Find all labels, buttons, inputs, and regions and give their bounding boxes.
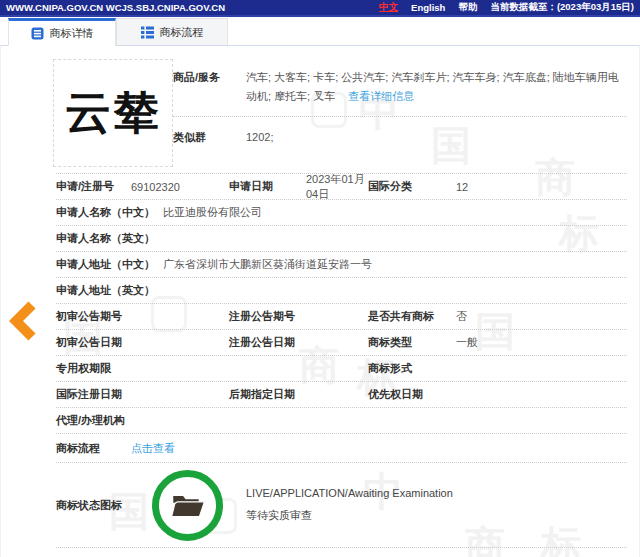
row-application-number: 申请/注册号 69102320 申请日期 2023年01月04日 国际分类 12 <box>56 174 627 200</box>
field-label: 商标类型 <box>368 335 456 350</box>
disclaimer-text: 仅供参考，不具有法律效力 <box>1 548 639 557</box>
row-applicant-name-cn: 申请人名称（中文） 比亚迪股份有限公司 <box>56 200 627 226</box>
field-value: 否 <box>456 309 627 324</box>
field-label: 申请人地址（英文） <box>56 283 155 298</box>
goods-services-text: 汽车; 大客车; 卡车; 公共汽车; 汽车刹车片; 汽车车身; 汽车底盘; 陆地… <box>246 71 619 102</box>
data-cutoff-date: 当前数据截至：(2023年03月15日) <box>490 1 634 14</box>
goods-fields: 商品/服务 汽车; 大客车; 卡车; 公共汽车; 汽车刹车片; 汽车车身; 汽车… <box>173 59 627 167</box>
field-value: 2023年01月04日 <box>306 172 368 202</box>
field-label: 申请/注册号 <box>56 179 123 194</box>
row-applicant-address-cn: 申请人地址（中文） 广东省深圳市大鹏新区葵涌街道延安路一号 <box>56 252 627 278</box>
chevron-left-icon <box>9 301 37 341</box>
goods-services-value: 汽车; 大客车; 卡车; 公共汽车; 汽车刹车片; 汽车车身; 汽车底盘; 陆地… <box>246 68 627 106</box>
field-label: 申请人名称（中文） <box>56 205 155 220</box>
divider <box>173 116 627 117</box>
similar-group-row: 类似群 1202; <box>173 119 627 154</box>
tab-label: 商标流程 <box>160 25 204 40</box>
row-first-gazette-number: 初审公告期号 注册公告期号 是否共有商标 否 <box>56 304 627 330</box>
field-label: 注册公告期号 <box>229 309 306 324</box>
field-label: 初审公告日期 <box>56 335 123 350</box>
tab-bar: 商标详情 商标流程 <box>0 18 640 45</box>
field-label: 申请人地址（中文） <box>56 257 155 272</box>
field-label: 商标状态图标 <box>56 498 123 513</box>
field-label: 注册公告日期 <box>229 335 306 350</box>
trademark-summary-section: 云辇 商品/服务 汽车; 大客车; 卡车; 公共汽车; 汽车刹车片; 汽车车身;… <box>1 46 639 167</box>
status-folder-icon <box>152 470 223 541</box>
field-label: 专用权期限 <box>56 361 123 376</box>
tab-trademark-details[interactable]: 商标详情 <box>8 18 116 46</box>
field-value: 比亚迪股份有限公司 <box>163 205 262 220</box>
detail-rows: 申请/注册号 69102320 申请日期 2023年01月04日 国际分类 12… <box>56 174 627 548</box>
similar-group-value: 1202; <box>246 128 627 147</box>
field-label: 国际注册日期 <box>56 387 123 402</box>
field-value: 69102320 <box>131 181 229 193</box>
view-details-link[interactable]: 查看详细信息 <box>348 90 414 102</box>
tab-trademark-process[interactable]: 商标流程 <box>116 18 228 45</box>
field-value: 广东省深圳市大鹏新区葵涌街道延安路一号 <box>163 257 372 272</box>
field-label: 初审公告期号 <box>56 309 123 324</box>
field-label: 后期指定日期 <box>229 387 306 402</box>
lang-english-link[interactable]: English <box>411 2 445 13</box>
click-to-view-link[interactable]: 点击查看 <box>131 441 175 456</box>
field-label: 申请人名称（英文） <box>56 231 155 246</box>
help-link[interactable]: 帮助 <box>458 1 477 14</box>
field-label: 申请日期 <box>229 179 306 194</box>
tab-label: 商标详情 <box>50 26 94 41</box>
field-label: 优先权日期 <box>368 387 456 402</box>
trademark-image: 云辇 <box>53 59 173 167</box>
topbar: WWW.CNIPA.GOV.CN WCJS.SBJ.CNIPA.GOV.CN 中… <box>0 0 640 17</box>
row-trademark-status: 商标状态图标 LIVE/APPLICATION/Awaiting Examina… <box>56 463 627 548</box>
field-label: 商标形式 <box>368 361 456 376</box>
row-trademark-process: 商标流程 点击查看 <box>56 434 627 463</box>
field-value: 一般 <box>456 335 627 350</box>
lang-chinese-link[interactable]: 中文 <box>379 1 398 14</box>
row-applicant-name-en: 申请人名称（英文） <box>56 226 627 252</box>
status-text-en: LIVE/APPLICATION/Awaiting Examination <box>246 487 453 499</box>
row-agency: 代理/办理机构 <box>56 408 627 434</box>
site-urls: WWW.CNIPA.GOV.CN WCJS.SBJ.CNIPA.GOV.CN <box>6 2 225 13</box>
status-text-zh: 等待实质审查 <box>246 508 453 523</box>
document-icon <box>31 27 44 40</box>
list-icon <box>141 26 154 39</box>
trademark-detail-panel: 中 国 商 标 国 商 标 国 国 商 标 中 云辇 商品/服务 汽车; 大客车… <box>0 45 640 557</box>
topbar-menu: 中文 English 帮助 当前数据截至：(2023年03月15日) <box>379 1 634 14</box>
field-label: 代理/办理机构 <box>56 413 125 428</box>
similar-group-label: 类似群 <box>173 128 246 147</box>
goods-services-label: 商品/服务 <box>173 68 246 106</box>
row-exclusive-right-period: 专用权期限 商标形式 <box>56 356 627 382</box>
row-international-registration-date: 国际注册日期 后期指定日期 优先权日期 <box>56 382 627 408</box>
row-applicant-address-en: 申请人地址（英文） <box>56 278 627 304</box>
field-label: 国际分类 <box>368 179 456 194</box>
field-label: 是否共有商标 <box>368 309 456 324</box>
status-texts: LIVE/APPLICATION/Awaiting Examination 等待… <box>246 487 453 523</box>
field-label: 商标流程 <box>56 441 123 456</box>
back-arrow-button[interactable] <box>9 301 37 341</box>
field-value: 12 <box>456 181 627 193</box>
row-first-gazette-date: 初审公告日期 注册公告日期 商标类型 一般 <box>56 330 627 356</box>
goods-services-row: 商品/服务 汽车; 大客车; 卡车; 公共汽车; 汽车刹车片; 汽车车身; 汽车… <box>173 59 627 113</box>
